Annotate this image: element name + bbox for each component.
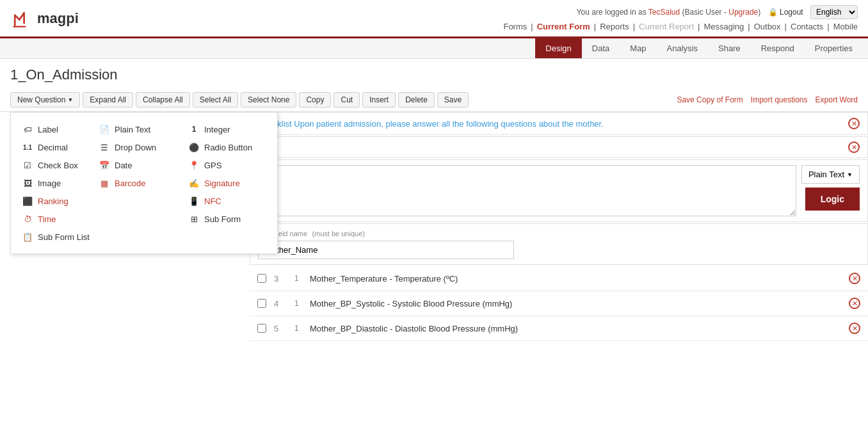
row-3-type: 1: [294, 274, 302, 283]
import-questions-link[interactable]: Import questions: [751, 95, 808, 104]
menu-gps[interactable]: 📍 GPS: [182, 156, 272, 174]
tab-map[interactable]: Map: [620, 38, 656, 58]
tab-data[interactable]: Data: [582, 38, 620, 58]
cut-button[interactable]: Cut: [334, 92, 360, 108]
row-3-num: 3: [274, 274, 287, 284]
save-copy-link[interactable]: Save Copy of Form: [677, 95, 743, 104]
main-content: 🏷 Label 1.1 Decimal ☑ Check Box 🖼 Image …: [0, 112, 868, 341]
copy-button[interactable]: Copy: [299, 92, 331, 108]
upgrade-link[interactable]: Upgrade: [728, 8, 758, 17]
ranking-icon: ⬛: [22, 196, 33, 206]
menu-dropdown[interactable]: ☰ Drop Down: [93, 138, 182, 156]
row-5-checkbox[interactable]: [257, 324, 266, 333]
data-field-section: Data field name (must be unique): [250, 223, 868, 265]
menu-subformlist[interactable]: 📋 Sub Form List: [16, 228, 93, 246]
row-5-close-btn[interactable]: ✕: [849, 323, 860, 334]
menu-ranking[interactable]: ⬛ Ranking: [16, 192, 93, 210]
nav-contacts[interactable]: Contacts: [791, 22, 823, 31]
row-3-checkbox[interactable]: [257, 274, 266, 283]
export-word-link[interactable]: Export Word: [816, 95, 858, 104]
select-none-button[interactable]: Select None: [241, 92, 296, 108]
row-4-type: 1: [294, 299, 302, 308]
nav-current-form[interactable]: Current Form: [537, 22, 590, 31]
nav-messaging[interactable]: Messaging: [703, 22, 744, 31]
menu-checkbox-text: Check Box: [38, 161, 78, 170]
date-icon: 📅: [99, 160, 109, 170]
tab-bar: Design Data Map Analysis Share Respond P…: [0, 38, 868, 59]
save-button[interactable]: Save: [437, 92, 469, 108]
tab-respond[interactable]: Respond: [751, 38, 805, 58]
table-row: 3 1 Mother_Temperature - Temperature (ºC…: [250, 266, 868, 291]
data-field-input[interactable]: [258, 241, 514, 259]
nav-current-report[interactable]: Current Report: [639, 22, 694, 31]
menu-decimal[interactable]: 1.1 Decimal: [16, 138, 93, 156]
expand-all-button[interactable]: Expand All: [83, 92, 133, 108]
username-link[interactable]: TecSalud: [648, 8, 680, 17]
tab-properties[interactable]: Properties: [805, 38, 863, 58]
delete-button[interactable]: Delete: [398, 92, 435, 108]
new-question-dropdown: 🏷 Label 1.1 Decimal ☑ Check Box 🖼 Image …: [10, 112, 278, 254]
header-right: You are logged in as TecSalud (Basic Use…: [503, 5, 858, 31]
row-4-close-btn[interactable]: ✕: [849, 298, 860, 309]
subform-icon: ⊞: [189, 214, 199, 224]
menu-subform[interactable]: ⊞ Sub Form: [182, 210, 272, 228]
form-title: 1_On_Admission: [0, 59, 868, 88]
plaintext-icon: 📄: [99, 124, 109, 134]
menu-signature-text: Signature: [204, 179, 240, 188]
nav-outbox[interactable]: Outbox: [754, 22, 781, 31]
menu-nfc-text: NFC: [204, 196, 221, 206]
nav-forms[interactable]: Forms: [503, 22, 527, 31]
integer-icon: 1: [189, 124, 199, 134]
menu-image[interactable]: 🖼 Image: [16, 174, 93, 192]
row-3-close-btn[interactable]: ✕: [849, 273, 860, 284]
menu-nfc[interactable]: 📱 NFC: [182, 192, 272, 210]
table-row: 4 1 Mother_BP_Systolic - Systolic Blood …: [250, 291, 868, 316]
checklist-close-btn[interactable]: ✕: [848, 118, 860, 129]
menu-date-text: Date: [115, 161, 132, 170]
menu-ranking-text: Ranking: [38, 196, 68, 206]
top-header: magpi You are logged in as TecSalud (Bas…: [0, 0, 868, 38]
empty-row-close-btn[interactable]: ✕: [848, 141, 860, 153]
logout-btn[interactable]: Logout: [780, 8, 803, 17]
menu-subformlist-text: Sub Form List: [38, 232, 90, 242]
menu-gps-text: GPS: [204, 161, 221, 170]
menu-time[interactable]: ⏱ Time: [16, 210, 93, 228]
gps-icon: 📍: [189, 160, 199, 170]
nav-links: Forms | Current Form | Reports | Current…: [503, 22, 858, 31]
logic-btn[interactable]: Logic: [805, 188, 860, 211]
tab-analysis[interactable]: Analysis: [657, 38, 708, 58]
menu-dropdown-text: Drop Down: [115, 143, 156, 152]
tab-design[interactable]: Design: [535, 38, 581, 58]
row-4-checkbox[interactable]: [257, 299, 266, 308]
nav-mobile[interactable]: Mobile: [833, 22, 858, 31]
menu-radiobutton-text: Radio Button: [204, 143, 252, 152]
menu-radiobutton[interactable]: ⚫ Radio Button: [182, 138, 272, 156]
select-all-button[interactable]: Select All: [193, 92, 238, 108]
user-type: Basic User -: [685, 8, 729, 17]
data-field-hint: (must be unique): [312, 230, 365, 237]
user-info: You are logged in as TecSalud (Basic Use…: [577, 5, 858, 19]
empty-row: ✕: [250, 136, 868, 158]
logout-icon: 🔒: [768, 8, 778, 17]
language-select[interactable]: English Spanish: [810, 5, 858, 19]
nav-reports[interactable]: Reports: [600, 22, 629, 31]
row-5-text: Mother_BP_Diastolic - Diastolic Blood Pr…: [310, 324, 841, 333]
logo-text: magpi: [37, 10, 79, 27]
signature-icon: ✍: [189, 178, 199, 188]
question-textarea[interactable]: [258, 165, 796, 216]
collapse-all-button[interactable]: Collapse All: [136, 92, 190, 108]
menu-plaintext[interactable]: 📄 Plain Text: [93, 120, 182, 138]
toolbar: New Question Expand All Collapse All Sel…: [0, 88, 868, 112]
menu-integer[interactable]: 1 Integer: [182, 120, 272, 138]
insert-button[interactable]: Insert: [362, 92, 396, 108]
menu-label[interactable]: 🏷 Label: [16, 120, 93, 138]
menu-date[interactable]: 📅 Date: [93, 156, 182, 174]
new-question-button[interactable]: New Question: [10, 92, 80, 108]
dropdown-icon: ☰: [99, 142, 109, 152]
menu-barcode[interactable]: ▦ Barcode: [93, 174, 182, 192]
menu-checkbox[interactable]: ☑ Check Box: [16, 156, 93, 174]
plain-text-dropdown-btn[interactable]: Plain Text: [801, 165, 860, 184]
menu-signature[interactable]: ✍ Signature: [182, 174, 272, 192]
tab-share[interactable]: Share: [708, 38, 751, 58]
row-4-num: 4: [274, 299, 287, 308]
